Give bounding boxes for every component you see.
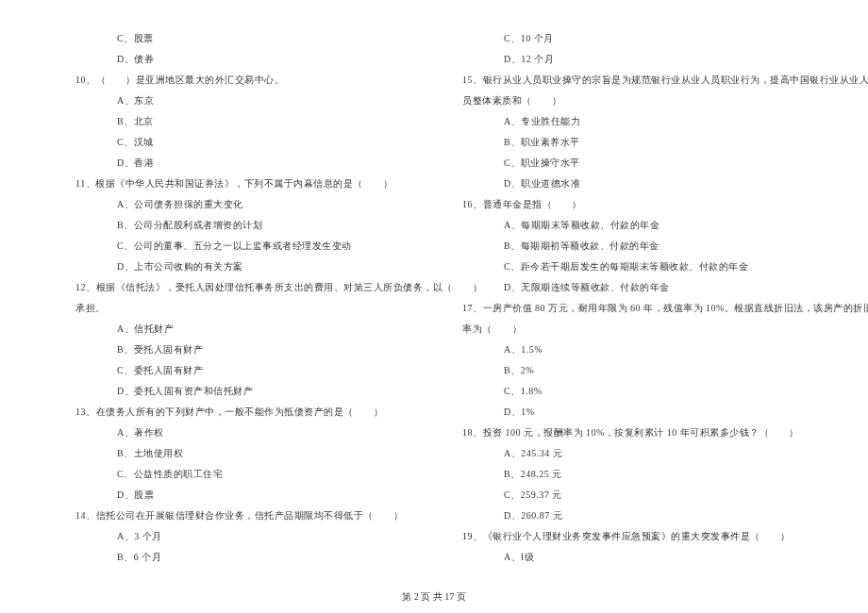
q15-stem: 15、银行从业人员职业操守的宗旨是为规范银行业从业人员职业行为，提高中国银行业从… — [462, 70, 840, 91]
q11-option-d: D、上市公司收购的有关方案 — [75, 257, 415, 277]
q16-option-a: A、每期期末等额收款、付款的年金 — [462, 215, 840, 236]
right-column: C、10 个月 D、12 个月 15、银行从业人员职业操守的宗旨是为规范银行业从… — [434, 28, 868, 585]
q10-option-c: C、汉城 — [75, 132, 415, 153]
q12-option-d: D、委托人固有资产和信托财产 — [75, 381, 415, 402]
q18-option-b: B、248.25 元 — [462, 464, 840, 485]
q17-stem-cont: 率为（ ） — [462, 319, 840, 340]
q14-option-a: A、3 个月 — [75, 526, 415, 547]
q13-option-a: A、著作权 — [75, 422, 415, 443]
q15-option-d: D、职业道德水准 — [462, 174, 840, 194]
q16-stem: 16、普通年金是指（ ） — [462, 194, 840, 215]
q10-option-a: A、东京 — [75, 91, 415, 111]
q13-option-b: B、土地使用权 — [75, 443, 415, 464]
q9-option-d: D、债券 — [75, 49, 415, 70]
q10-option-b: B、北京 — [75, 111, 415, 132]
q14-option-d: D、12 个月 — [462, 49, 840, 70]
q11-stem: 11、根据《中华人民共和国证券法》，下列不属于内幕信息的是（ ） — [75, 174, 415, 194]
q12-stem-cont: 承担。 — [75, 298, 415, 319]
q18-option-a: A、245.34 元 — [462, 443, 840, 464]
q12-option-b: B、受托人固有财产 — [75, 340, 415, 360]
q14-option-b: B、6 个月 — [75, 547, 415, 568]
q10-option-d: D、香港 — [75, 153, 415, 174]
q15-option-c: C、职业操守水平 — [462, 153, 840, 174]
q13-stem: 13、在债务人所有的下列财产中，一般不能作为抵债资产的是（ ） — [75, 402, 415, 422]
q17-option-a: A、1.5% — [462, 340, 840, 360]
q13-option-c: C、公益性质的职工住宅 — [75, 464, 415, 485]
q16-option-b: B、每期期初等额收款、付款的年金 — [462, 236, 840, 257]
q17-stem: 17、一房产价值 80 万元，耐用年限为 60 年，残值率为 10%。根据直线折… — [462, 298, 840, 319]
q9-option-c: C、股票 — [75, 28, 415, 49]
q16-option-d: D、无限期连续等额收款、付款的年金 — [462, 277, 840, 298]
q11-option-b: B、公司分配股利或者增资的计划 — [75, 215, 415, 236]
q18-stem: 18、投资 100 元，报酬率为 10%，按复利累计 10 年可积累多少钱？（ … — [462, 422, 840, 443]
q14-option-c: C、10 个月 — [462, 28, 840, 49]
left-column: C、股票 D、债券 10、（ ）是亚洲地区最大的外汇交易中心。 A、东京 B、北… — [0, 28, 434, 585]
q10-stem: 10、（ ）是亚洲地区最大的外汇交易中心。 — [75, 70, 415, 91]
q13-option-d: D、股票 — [75, 485, 415, 505]
q12-stem: 12、根据《信托法》，受托人因处理信托事务所支出的费用、对第三人所负债务，以（ … — [75, 277, 415, 298]
q15-stem-cont: 员整体素质和（ ） — [462, 91, 840, 111]
content-columns: C、股票 D、债券 10、（ ）是亚洲地区最大的外汇交易中心。 A、东京 B、北… — [0, 28, 868, 585]
q15-option-b: B、职业素养水平 — [462, 132, 840, 153]
q18-option-d: D、260.87 元 — [462, 505, 840, 526]
q16-option-c: C、距今若干期后发生的每期期末等额收款、付款的年金 — [462, 257, 840, 277]
q18-option-c: C、259.37 元 — [462, 485, 840, 505]
q17-option-b: B、2% — [462, 360, 840, 381]
q11-option-a: A、公司债务担保的重大变化 — [75, 194, 415, 215]
q19-stem: 19、《银行业个人理财业务突发事件应急预案》的重大突发事件是（ ） — [462, 526, 840, 547]
q17-option-d: D、1% — [462, 402, 840, 422]
q17-option-c: C、1.8% — [462, 381, 840, 402]
q12-option-a: A、信托财产 — [75, 319, 415, 340]
q15-option-a: A、专业胜任能力 — [462, 111, 840, 132]
q11-option-c: C、公司的董事、五分之一以上监事或者经理发生变动 — [75, 236, 415, 257]
q12-option-c: C、委托人固有财产 — [75, 360, 415, 381]
q14-stem: 14、信托公司在开展银信理财合作业务，信托产品期限均不得低于（ ） — [75, 505, 415, 526]
page-footer: 第 2 页 共 17 页 — [0, 590, 868, 604]
q19-option-a: A、Ⅰ级 — [462, 547, 840, 568]
